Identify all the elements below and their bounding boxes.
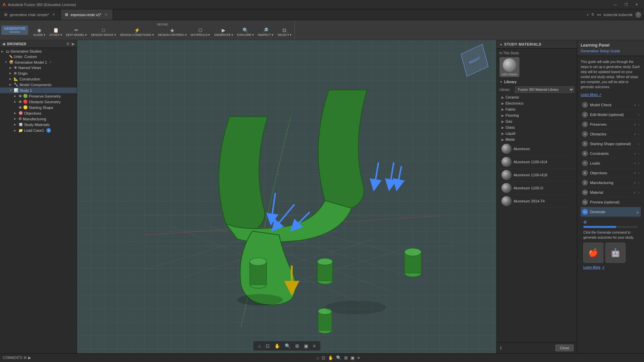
display-settings-button[interactable]: ⊠ <box>294 343 301 349</box>
fit-icon-status[interactable]: ⊡ <box>322 355 325 360</box>
step-label-4: Obstacles <box>590 132 632 136</box>
tree-item-objectives[interactable]: ▶ 🎯 Objectives <box>0 110 77 116</box>
material-item-aluminum[interactable]: Aluminum <box>499 142 574 156</box>
tab-close-1[interactable]: ✕ <box>51 12 56 17</box>
tree-item-starting-shape[interactable]: 👁 🟡 Starting Shape <box>0 105 77 110</box>
restore-button[interactable]: ❐ <box>621 0 631 9</box>
label-model-components: Model Components <box>19 83 51 87</box>
tree-item-preserve-geometry[interactable]: ▶ 👁 🟢 Preserve Geometry <box>0 93 77 99</box>
tree-item-obstacle-geometry[interactable]: ▶ 👁 🔴 Obstacle Geometry <box>0 99 77 105</box>
minimize-button[interactable]: — <box>610 0 620 9</box>
tab-generative-chair[interactable]: ⚙ generative chair simple* ✕ <box>0 9 61 20</box>
viewport[interactable]: RIGHT ⌂ ⊡ ✋ 🔍 ⊠ ▣ ≡ <box>77 40 496 353</box>
step-model-check[interactable]: 1 Model Check ✓ › <box>581 100 641 110</box>
step-preserves[interactable]: 3 Preserves ✓ › <box>581 120 641 129</box>
library-collapse-icon[interactable]: ▼ <box>499 80 503 84</box>
browser-settings-icon[interactable]: ⚙ <box>66 42 70 46</box>
step-objectives[interactable]: 8 Objectives ✓ › <box>581 168 641 178</box>
step-edit-model[interactable]: 2 Edit Model (optional) › <box>581 110 641 120</box>
add-tab-button[interactable]: + <box>587 13 589 17</box>
step-preview[interactable]: 11 Preview (optional) <box>581 197 641 207</box>
step-starting-shape[interactable]: 5 Starting Shape (optional) › <box>581 139 641 149</box>
material-item-aluminum-1100-h18[interactable]: Aluminum 1100-H18 <box>499 169 574 182</box>
tree-item-study1[interactable]: ▼ 📊 Study 1 <box>0 87 77 93</box>
tab-espresso-resto[interactable]: ⚙ espresso-resto v1* ✕ <box>61 9 113 20</box>
materials-button[interactable]: ⬡ MATERIALS ▾ <box>189 27 212 37</box>
fit-view-button[interactable]: ⊡ <box>264 343 271 349</box>
visual-icon-status[interactable]: ≡ <box>357 355 360 360</box>
grid-button[interactable]: ▣ <box>303 343 310 349</box>
inspect-button[interactable]: 🔎 INSPECT ▾ <box>256 27 275 37</box>
step-generate[interactable]: 12 Generate ▲ <box>581 207 641 217</box>
comments-expand-icon[interactable]: ▶ <box>28 356 31 360</box>
design-criteria-button[interactable]: ◈ DESIGN CRITERIA ▾ <box>156 27 189 37</box>
step-num-10: 10 <box>582 189 588 195</box>
edit-model-button[interactable]: ✏ EDIT MODEL ▾ <box>64 27 89 37</box>
select-button[interactable]: ⊡ SELECT ▾ <box>276 27 293 37</box>
explore-button[interactable]: 🔍 EXPLORE ▾ <box>235 27 256 37</box>
category-electronics[interactable]: ▶ Electronics <box>499 100 574 106</box>
materials-label: MATERIALS ▾ <box>191 33 210 37</box>
design-conditions-button[interactable]: ⚡ DESIGN CONDITIONS ▾ <box>118 27 156 37</box>
display-icon-status[interactable]: ⊠ <box>344 355 348 360</box>
step-loads[interactable]: 7 Loads ✓ › <box>581 159 641 168</box>
abs-plastic-material[interactable]: ABS Plastic <box>499 57 520 77</box>
material-item-aluminum-2014-t4[interactable]: Aluminum 2014-T4 <box>499 195 574 208</box>
learn-more-link[interactable]: Learn More ↗ <box>581 93 601 97</box>
tree-item-load-case1[interactable]: ▶ 📁 Load Case1 ① <box>0 127 77 133</box>
tree-item-study-materials[interactable]: ▶ 🔲 Study Materials <box>0 122 77 127</box>
zoom-icon-status[interactable]: 🔍 <box>336 355 341 360</box>
library-field-label: Library <box>499 88 513 92</box>
tree-item-origin[interactable]: ▶ ⊕ Origin <box>0 70 77 76</box>
refresh-button[interactable]: ↻ <box>591 12 594 17</box>
category-metal[interactable]: ▶ Metal <box>499 136 574 142</box>
nav-cube[interactable]: RIGHT <box>463 47 490 74</box>
step-obstacles[interactable]: 4 Obstacles ✓ › <box>581 129 641 139</box>
category-liquid[interactable]: ▶ Liquid <box>499 130 574 136</box>
step-manufacturing[interactable]: 9 Manufacturing ✓ › <box>581 178 641 188</box>
material-item-aluminum-1100-o[interactable]: Aluminum 1100-O <box>499 182 574 195</box>
tree-item-named-views[interactable]: ▶ 👁 Named Views <box>0 65 77 70</box>
learning-panel-header: Learning Panel Generative Setup Guide <box>577 40 644 56</box>
tree-item-manufacturing[interactable]: ▶ ⚙ Manufacturing <box>0 116 77 122</box>
learn-more-bottom-link[interactable]: Learn More ↗ <box>583 265 638 269</box>
step-check-10: ✓ <box>634 191 636 194</box>
svg-point-21 <box>405 248 421 256</box>
generative-design-button[interactable]: GENERATIVE DESIGN <box>1 25 28 35</box>
category-flooring[interactable]: ▶ Flooring <box>499 112 574 118</box>
pan-button[interactable]: ✋ <box>273 343 281 349</box>
pan-icon-status[interactable]: ✋ <box>328 355 333 360</box>
materials-close-button[interactable]: Close <box>555 345 574 351</box>
comments-settings-icon[interactable]: ⚙ <box>23 356 27 360</box>
grid-icon-status[interactable]: ▣ <box>351 355 355 360</box>
home-icon-status[interactable]: ⌂ <box>316 355 319 360</box>
visual-style-button[interactable]: ≡ <box>312 343 317 349</box>
help-button[interactable]: ? <box>635 12 641 18</box>
design-space-button[interactable]: □ DESIGN SPACE ▾ <box>89 27 117 37</box>
category-ceramic[interactable]: ▶ Ceramic <box>499 94 574 100</box>
guide-button[interactable]: ◉ GUIDE ▾ <box>32 27 47 37</box>
material-item-aluminum-1100-h14[interactable]: Aluminum 1100-H14 <box>499 156 574 169</box>
category-fabric[interactable]: ▶ Fabric <box>499 106 574 112</box>
close-button[interactable]: ✕ <box>632 0 641 9</box>
study-button[interactable]: 📋 STUDY ▾ <box>48 27 64 37</box>
tree-item-generative-studies[interactable]: ▶ 🗂 Generative Studies <box>0 49 77 54</box>
collapse-browser-button[interactable]: ◀ <box>2 42 5 46</box>
tab-close-2[interactable]: ✕ <box>103 12 109 17</box>
tree-item-model-components[interactable]: ▶ 🔧 Model Components <box>0 82 77 87</box>
main-layout: ◀ BROWSER ⚙ ▶ ▶ 🗂 Generative Studies 📏 U… <box>0 40 644 353</box>
tree-item-units[interactable]: 📏 Units: Custom <box>0 54 77 59</box>
tree-item-generative-model[interactable]: ▼ 📦 Generative Model 1 ✓ <box>0 59 77 65</box>
step-material[interactable]: 10 Material ✓ › <box>581 188 641 197</box>
generate-button[interactable]: ▶ GENERATE ▾ <box>212 27 234 37</box>
library-select[interactable]: Fusion 360 Material Library <box>515 86 574 93</box>
category-glass[interactable]: ▶ Glass <box>499 124 574 130</box>
svg-line-29 <box>390 162 394 185</box>
step-constraints[interactable]: 6 Constraints ✓ › <box>581 149 641 159</box>
zoom-button[interactable]: 🔍 <box>283 343 292 349</box>
browser-expand-icon[interactable]: ▶ <box>72 42 75 46</box>
tree-item-construction[interactable]: ▶ 📐 Construction <box>0 76 77 82</box>
category-gas[interactable]: ▶ Gas <box>499 118 574 124</box>
home-view-button[interactable]: ⌂ <box>257 343 262 349</box>
more-button[interactable]: ••• <box>597 13 601 17</box>
